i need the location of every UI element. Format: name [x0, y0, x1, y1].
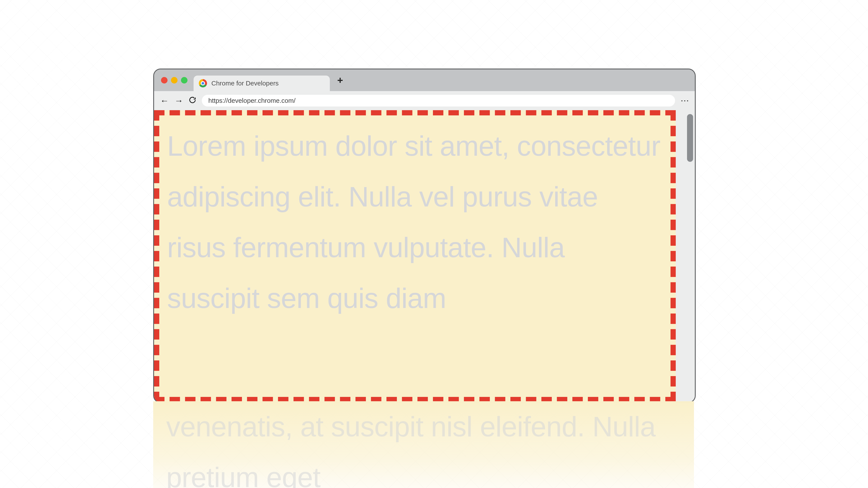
maximize-window-button[interactable] [181, 77, 187, 84]
overflow-body-text: venenatis, at suscipit nisl eleifend. Nu… [166, 401, 677, 488]
page-body-text: Lorem ipsum dolor sit amet, consectetur … [167, 121, 663, 324]
minimize-window-button[interactable] [171, 77, 178, 84]
browser-tab[interactable]: Chrome for Developers [193, 75, 330, 91]
address-bar-url: https://developer.chrome.com/ [208, 97, 296, 104]
overflow-content: venenatis, at suscipit nisl eleifend. Nu… [153, 401, 694, 488]
page-container: Lorem ipsum dolor sit amet, consectetur … [154, 110, 676, 402]
browser-viewport: Lorem ipsum dolor sit amet, consectetur … [154, 110, 695, 402]
browser-window: Chrome for Developers + ← → https://deve… [153, 69, 696, 403]
reload-button[interactable] [189, 96, 196, 105]
back-button[interactable]: ← [160, 96, 169, 105]
reload-icon [189, 96, 196, 104]
browser-titlebar: Chrome for Developers + [154, 69, 695, 91]
scrollbar-thumb[interactable] [687, 114, 693, 162]
address-bar[interactable]: https://developer.chrome.com/ [202, 95, 675, 106]
browser-menu-button[interactable]: ⋮ [680, 97, 690, 105]
browser-toolbar: ← → https://developer.chrome.com/ ⋮ [154, 91, 695, 110]
scrollbar[interactable] [685, 110, 695, 402]
new-tab-button[interactable]: + [337, 74, 343, 86]
window-controls [161, 77, 187, 84]
chrome-logo-icon [199, 79, 207, 88]
close-window-button[interactable] [161, 77, 167, 84]
tab-title: Chrome for Developers [211, 79, 279, 87]
highlighted-viewport-region: Lorem ipsum dolor sit amet, consectetur … [154, 110, 676, 402]
forward-button[interactable]: → [175, 96, 183, 105]
